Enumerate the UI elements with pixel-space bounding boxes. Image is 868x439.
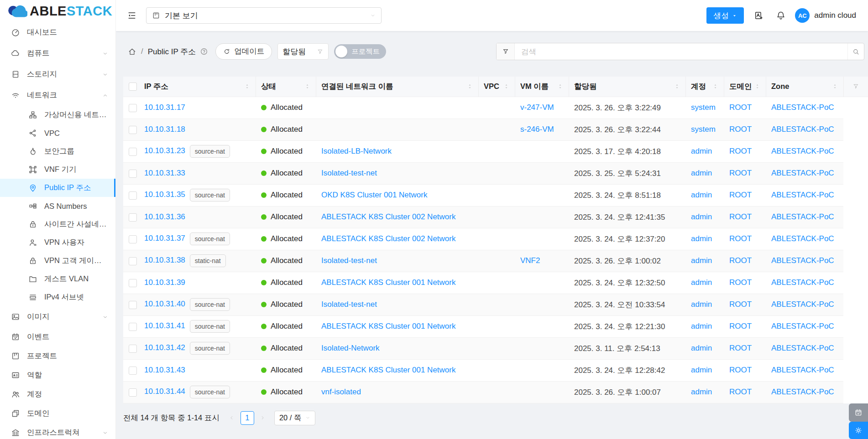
- column-header-vm[interactable]: VM 이름: [515, 77, 569, 97]
- table-row[interactable]: 10.10.31.18Allocateds-246-VM2025. 3. 26.…: [123, 119, 868, 140]
- create-button[interactable]: 생성: [706, 7, 744, 24]
- help-icon[interactable]: [200, 47, 208, 56]
- domain-link[interactable]: ROOT: [729, 278, 752, 287]
- network-link[interactable]: vnf-isolated: [321, 387, 361, 396]
- row-checkbox[interactable]: [129, 126, 137, 134]
- sidebar-item-images[interactable]: 이미지: [0, 306, 115, 327]
- zone-link[interactable]: ABLESTACK-PoC: [771, 147, 834, 155]
- zone-link[interactable]: ABLESTACK-PoC: [771, 278, 834, 287]
- sidebar-item-security-groups[interactable]: 보안그룹: [0, 142, 115, 160]
- domain-link[interactable]: ROOT: [729, 234, 752, 243]
- column-header-allocated[interactable]: 할당됨: [569, 77, 685, 97]
- row-checkbox[interactable]: [129, 104, 137, 112]
- sidebar-item-guest-vlan[interactable]: 게스트 VLAN: [0, 270, 115, 288]
- brand-logo[interactable]: ABLESTACK: [0, 0, 115, 22]
- table-row[interactable]: 10.10.31.38static-natAllocatedIsolated-t…: [123, 250, 868, 272]
- sidebar-item-vm-network[interactable]: 가상머신용 네트워크: [0, 106, 115, 124]
- vm-link[interactable]: s-246-VM: [520, 125, 554, 134]
- vm-link[interactable]: VNF2: [520, 256, 540, 265]
- row-checkbox[interactable]: [129, 367, 137, 375]
- prev-page-button[interactable]: [226, 411, 238, 425]
- zone-link[interactable]: ABLESTACK-PoC: [771, 300, 834, 309]
- zone-link[interactable]: ABLESTACK-PoC: [771, 103, 834, 112]
- sort-icon[interactable]: [674, 83, 680, 89]
- sidebar-item-storage[interactable]: 스토리지: [0, 64, 115, 85]
- ip-link[interactable]: 10.10.31.39: [144, 278, 185, 287]
- domain-link[interactable]: ROOT: [729, 366, 752, 374]
- account-link[interactable]: system: [691, 103, 716, 112]
- account-link[interactable]: admin: [691, 322, 712, 331]
- search-filter-button[interactable]: [497, 43, 515, 60]
- account-link[interactable]: admin: [691, 169, 712, 177]
- sort-icon[interactable]: [754, 83, 760, 89]
- row-checkbox[interactable]: [129, 191, 137, 200]
- table-row[interactable]: 10.10.31.35source-natAllocatedOKD K8S Cl…: [123, 184, 868, 206]
- zone-link[interactable]: ABLESTACK-PoC: [771, 256, 834, 265]
- row-checkbox[interactable]: [129, 148, 137, 156]
- sort-icon[interactable]: [832, 83, 838, 89]
- table-row[interactable]: 10.10.31.42source-natAllocatedIsolated-N…: [123, 337, 868, 359]
- page-size-select[interactable]: 20 / 쪽: [274, 411, 315, 425]
- column-header-state[interactable]: 상태: [256, 77, 316, 97]
- table-row[interactable]: 10.10.31.40source-natAllocatedIsolated-t…: [123, 294, 868, 315]
- network-link[interactable]: ABLESTACK K8S Cluster 001 Network: [321, 322, 455, 331]
- domain-link[interactable]: ROOT: [729, 256, 752, 265]
- ip-link[interactable]: 10.10.31.18: [144, 125, 185, 134]
- account-link[interactable]: admin: [691, 256, 712, 265]
- table-row[interactable]: 10.10.31.36AllocatedABLESTACK K8S Cluste…: [123, 206, 868, 228]
- domain-link[interactable]: ROOT: [729, 125, 752, 134]
- sidebar-item-infrastructure[interactable]: 인프라스트럭쳐: [0, 423, 115, 439]
- zone-link[interactable]: ABLESTACK-PoC: [771, 366, 834, 374]
- table-row[interactable]: 10.10.31.44source-natAllocatedvnf-isolat…: [123, 381, 868, 403]
- row-checkbox[interactable]: [129, 235, 137, 243]
- domain-link[interactable]: ROOT: [729, 212, 752, 221]
- avatar[interactable]: AC: [795, 8, 810, 23]
- sidebar-item-as-numbers[interactable]: AS Numbers: [0, 197, 115, 215]
- zone-link[interactable]: ABLESTACK-PoC: [771, 191, 834, 199]
- account-link[interactable]: system: [691, 125, 716, 134]
- sidebar-item-accounts[interactable]: 계정: [0, 385, 115, 404]
- project-toggle[interactable]: 프로젝트: [334, 44, 386, 59]
- network-link[interactable]: OKD K8S Cluster 001 Network: [321, 191, 427, 199]
- network-link[interactable]: Isolated-LB-Network: [321, 147, 392, 155]
- network-link[interactable]: ABLESTACK K8S Cluster 001 Network: [321, 278, 455, 287]
- sidebar-item-ipv4-subnets[interactable]: IPv4 서브넷: [0, 288, 115, 306]
- domain-link[interactable]: ROOT: [729, 344, 752, 352]
- sidebar-item-events[interactable]: 이벤트: [0, 327, 115, 346]
- search-submit-button[interactable]: [847, 43, 864, 60]
- zone-link[interactable]: ABLESTACK-PoC: [771, 344, 834, 352]
- row-checkbox[interactable]: [129, 301, 137, 309]
- domain-link[interactable]: ROOT: [729, 387, 752, 396]
- sidebar-item-public-ip[interactable]: Public IP 주소: [0, 179, 115, 197]
- network-link[interactable]: ABLESTACK K8S Cluster 002 Network: [321, 234, 455, 243]
- ip-link[interactable]: 10.10.31.43: [144, 366, 185, 374]
- account-link[interactable]: admin: [691, 387, 712, 396]
- ip-link[interactable]: 10.10.31.33: [144, 169, 185, 177]
- ip-link[interactable]: 10.10.31.40: [144, 300, 185, 308]
- ip-link[interactable]: 10.10.31.38: [144, 256, 185, 264]
- view-select[interactable]: 기본 보기: [146, 7, 382, 24]
- row-checkbox[interactable]: [129, 279, 137, 287]
- column-header-zone[interactable]: Zone: [766, 77, 843, 97]
- sidebar-collapse-icon[interactable]: [127, 10, 137, 21]
- sidebar-item-vnf-appliances[interactable]: VNF 기기: [0, 160, 115, 179]
- table-row[interactable]: 10.10.31.33AllocatedIsolated-test-net202…: [123, 162, 868, 184]
- sidebar-item-vpc[interactable]: VPC: [0, 124, 115, 142]
- column-filter-button[interactable]: [843, 77, 868, 97]
- ip-link[interactable]: 10.10.31.44: [144, 387, 185, 396]
- column-header-domain[interactable]: 도메인: [724, 77, 766, 97]
- column-header-account[interactable]: 계정: [685, 77, 724, 97]
- sidebar-item-site-to-site-vpn[interactable]: 사이트간 사설네트워크(VP...: [0, 215, 115, 233]
- row-checkbox[interactable]: [129, 257, 137, 265]
- table-row[interactable]: 10.10.31.17Allocatedv-247-VM2025. 3. 26.…: [123, 97, 868, 119]
- network-link[interactable]: ABLESTACK K8S Cluster 001 Network: [321, 366, 455, 374]
- zone-link[interactable]: ABLESTACK-PoC: [771, 322, 834, 331]
- sidebar-item-vpn-users[interactable]: VPN 사용자: [0, 233, 115, 252]
- sort-icon[interactable]: [304, 83, 310, 89]
- network-link[interactable]: Isolated-Network: [321, 344, 380, 352]
- current-page-button[interactable]: 1: [241, 411, 254, 425]
- sidebar-item-network[interactable]: 네트워크: [0, 85, 115, 106]
- domain-link[interactable]: ROOT: [729, 147, 752, 155]
- column-header-vpc[interactable]: VPC: [478, 77, 515, 97]
- sidebar-item-dashboard[interactable]: 대시보드: [0, 22, 115, 43]
